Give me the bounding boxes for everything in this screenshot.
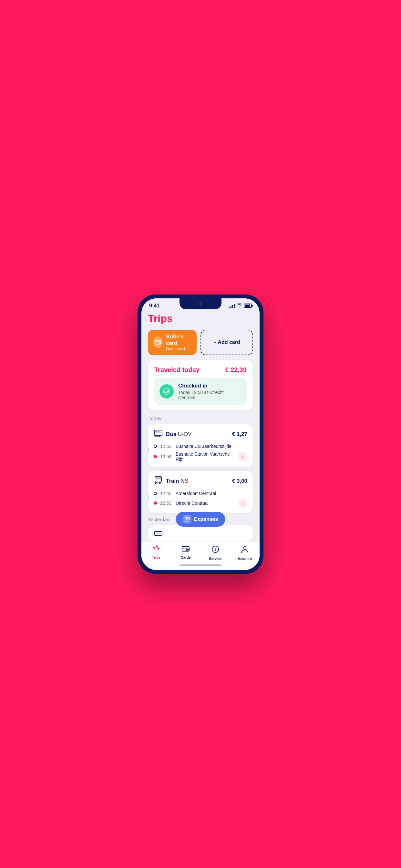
stop-dot-filled-train — [154, 501, 157, 505]
svg-rect-8 — [158, 431, 159, 432]
bus-stop-1: 12:55 Bushalte CS Jaarbeurszijde — [160, 444, 247, 449]
home-indicator — [142, 562, 259, 570]
expenses-label: Expenses — [194, 516, 218, 522]
tab-cards[interactable]: Cards — [171, 545, 201, 561]
stop-dot-filled — [154, 455, 157, 458]
trip-header-bus: Bus U-OV € 1,27 — [154, 430, 247, 439]
svg-point-38 — [243, 547, 246, 549]
svg-rect-7 — [155, 431, 157, 432]
svg-point-9 — [155, 435, 157, 437]
stop-dot-empty — [154, 445, 157, 448]
traveled-header: Traveled today € 22,39 — [154, 366, 247, 374]
signal-icon — [229, 304, 235, 308]
svg-rect-16 — [156, 477, 158, 479]
checkin-detail: Today 12:50 at Utrecht Centraal — [178, 390, 242, 400]
trip-card-train: Train NS € 3,00 12:40 Amersfoort Centraa… — [148, 471, 253, 513]
status-bar: 9:41 — [142, 299, 259, 309]
card-selector: Sofie's card Debit card + Add card — [148, 330, 253, 355]
status-icons — [229, 303, 252, 308]
checked-in-banner[interactable]: Checked in Today 12:50 at Utrecht Centra… — [154, 378, 247, 405]
bus-icon — [154, 430, 163, 439]
expenses-icon: € — [183, 515, 191, 523]
train-stops: 12:40 Amersfoort Centraal 12:53 Utrecht … — [154, 491, 247, 507]
active-card-button[interactable]: Sofie's card Debit card — [148, 330, 197, 355]
checkin-icon — [159, 384, 174, 399]
phone-frame: 9:41 — [137, 294, 264, 574]
train-icon — [154, 476, 163, 486]
card-name: Sofie's card — [166, 334, 191, 346]
svg-text:€: € — [188, 520, 189, 522]
svg-rect-28 — [154, 533, 162, 534]
tab-account[interactable]: Account — [230, 545, 260, 561]
yesterday-label: Yesterday — [148, 517, 169, 522]
tab-service[interactable]: i Service — [201, 545, 230, 561]
tab-bar: Trips Cards i — [142, 541, 259, 562]
bus-mode-text: Bus U-OV — [166, 431, 191, 438]
service-tab-label: Service — [209, 557, 221, 561]
cards-tab-label: Cards — [181, 555, 191, 559]
screen-content: Trips Sofie's card Debit card — [142, 313, 259, 541]
bus-stop-2: 12:59 Bushalte Station Vaartsche Rijn › — [160, 452, 247, 462]
tab-trips[interactable]: Trips — [142, 545, 171, 561]
svg-rect-33 — [182, 548, 189, 549]
train-stop-connector — [149, 495, 149, 500]
card-icon — [153, 337, 163, 348]
home-bar — [180, 564, 221, 566]
wifi-icon — [237, 303, 242, 308]
add-card-label: + Add card — [213, 339, 240, 345]
train-detail-chevron[interactable]: › — [238, 499, 247, 507]
partial-trip-card — [148, 525, 253, 541]
battery-icon — [244, 304, 252, 308]
trip-header-train: Train NS € 3,00 — [154, 476, 247, 486]
traveled-label: Traveled today — [154, 366, 199, 374]
trip-mode-bus: Bus U-OV — [154, 430, 191, 439]
train-price: € 3,00 — [232, 478, 247, 485]
account-icon — [241, 545, 249, 555]
phone-screen: 9:41 — [142, 299, 259, 570]
svg-rect-17 — [158, 477, 161, 479]
notch — [180, 299, 221, 309]
page-title: Trips — [148, 313, 253, 324]
expenses-button[interactable]: € Expenses — [176, 512, 225, 527]
add-card-button[interactable]: + Add card — [201, 330, 253, 355]
partial-trip-icon — [154, 531, 163, 539]
trip-mode-train: Train NS — [154, 476, 188, 486]
trips-tab-label: Trips — [152, 555, 160, 559]
stop-dot-empty-train — [154, 492, 157, 495]
checkin-status: Checked in — [178, 383, 242, 389]
trip-card-bus: Bus U-OV € 1,27 12:55 Bushalte CS Jaarbe… — [148, 424, 253, 467]
status-time: 9:41 — [149, 303, 159, 309]
card-type: Debit card — [166, 346, 191, 351]
bus-stops: 12:55 Bushalte CS Jaarbeurszijde 12:59 B… — [154, 444, 247, 462]
bus-detail-chevron[interactable]: › — [238, 452, 247, 461]
train-mode-text: Train NS — [166, 478, 188, 485]
svg-rect-1 — [155, 341, 160, 342]
traveled-amount: € 22,39 — [225, 366, 247, 374]
svg-point-10 — [160, 435, 161, 437]
svg-point-3 — [159, 343, 160, 344]
camera-dot — [198, 302, 203, 306]
today-section-label: Today — [148, 415, 253, 421]
stop-connector — [149, 448, 149, 454]
traveled-today-card: Traveled today € 22,39 Checked in Today … — [148, 361, 253, 410]
cards-icon — [181, 545, 190, 554]
account-tab-label: Account — [238, 557, 252, 561]
yesterday-section: Yesterday € Expenses — [148, 517, 253, 522]
train-stop-1: 12:40 Amersfoort Centraal — [160, 491, 247, 496]
svg-point-35 — [187, 549, 189, 551]
trips-icon — [152, 545, 160, 554]
bus-price: € 1,27 — [232, 431, 247, 438]
svg-text:i: i — [215, 547, 216, 552]
train-stop-2: 12:53 Utrecht Centraal › — [160, 499, 247, 507]
service-icon: i — [211, 545, 220, 555]
